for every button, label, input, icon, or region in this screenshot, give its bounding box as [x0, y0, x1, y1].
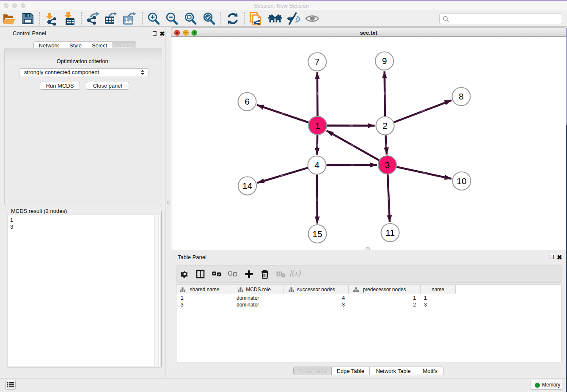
- svg-text:9: 9: [382, 56, 387, 66]
- svg-text:14: 14: [242, 181, 253, 190]
- svg-text:10: 10: [457, 176, 466, 186]
- svg-text:7: 7: [315, 57, 320, 66]
- svg-text:3: 3: [385, 160, 390, 170]
- svg-text:4: 4: [314, 160, 319, 170]
- svg-text:8: 8: [459, 91, 464, 101]
- svg-text:2: 2: [383, 121, 388, 130]
- svg-text:6: 6: [245, 97, 250, 106]
- svg-text:15: 15: [312, 229, 322, 239]
- svg-text:1: 1: [315, 121, 320, 130]
- svg-text:11: 11: [385, 228, 395, 237]
